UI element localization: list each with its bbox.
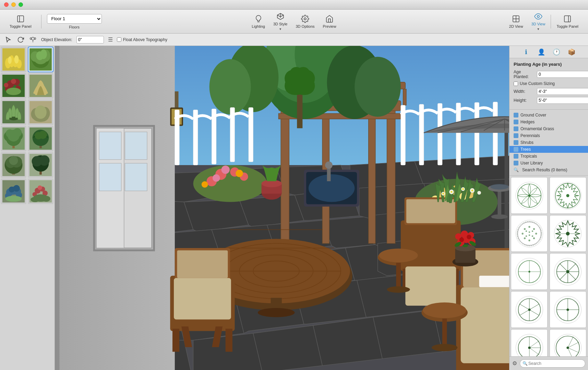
pointer-tool[interactable] (4, 36, 12, 44)
height-input[interactable] (537, 97, 588, 104)
custom-sizing-checkbox[interactable] (514, 82, 518, 86)
tree-label-ornamental-grass: Ornamental Grass (520, 126, 554, 131)
tree-label-ground-cover: Ground Cover (520, 113, 546, 118)
svg-point-238 (258, 308, 295, 317)
view-2d-button[interactable]: 2D View (505, 13, 527, 30)
tree-item-shrubs[interactable]: Shrubs (509, 139, 588, 146)
plant-thumb-2[interactable] (28, 47, 53, 72)
toggle-panel-left-label: Toggle Panel (10, 24, 32, 28)
svg-point-265 (423, 303, 466, 318)
svg-point-340 (528, 308, 530, 311)
plant-thumb-7[interactable] (1, 126, 26, 151)
cube-icon-button[interactable]: 📦 (567, 47, 576, 57)
secondary-toolbar: Object Elevation: ☰ Float Above Topograp… (0, 34, 588, 46)
options-3d-button[interactable]: 3D Options (291, 13, 319, 30)
svg-point-56 (39, 131, 47, 139)
svg-rect-140 (99, 163, 121, 191)
preview-button[interactable]: Preview (319, 13, 340, 30)
tree-item-user-library[interactable]: User Library (509, 160, 588, 166)
svg-point-198 (213, 174, 220, 182)
settings-icon[interactable]: ⚙ (512, 360, 517, 367)
tree-label-tropicals: Tropicals (520, 154, 537, 159)
folder-icon-trees (514, 147, 518, 152)
maximize-button[interactable] (19, 2, 23, 7)
float-checkbox-input[interactable] (117, 37, 121, 42)
svg-point-180 (287, 71, 313, 84)
viewport-scene (55, 46, 509, 370)
tree-thumb-5[interactable] (511, 253, 548, 290)
tree-label-trees: Trees (520, 147, 531, 152)
person-icon-button[interactable]: 👤 (537, 47, 546, 57)
tree-thumb-10[interactable] (550, 329, 586, 356)
svg-point-43 (35, 106, 47, 119)
plant-thumb-8[interactable] (28, 126, 53, 151)
svg-point-355 (528, 346, 530, 349)
view-3d-button[interactable]: 3D View ▼ (527, 10, 550, 33)
svg-point-173 (209, 59, 251, 114)
plant-thumb-11[interactable] (1, 178, 26, 204)
tree-item-hedges[interactable]: Hedges (509, 119, 588, 125)
lighting-button[interactable]: Lighting (248, 13, 269, 30)
tree-item-perennials[interactable]: Perennials (509, 132, 588, 139)
plant-panel (0, 46, 55, 370)
search-input[interactable] (520, 359, 585, 368)
plant-thumb-5[interactable] (1, 99, 26, 125)
svg-point-50 (6, 129, 14, 137)
tree-thumb-6[interactable] (550, 253, 586, 290)
svg-point-293 (528, 194, 530, 197)
plant-thumb-4[interactable] (28, 73, 53, 99)
svg-rect-252 (405, 267, 456, 306)
svg-point-197 (221, 165, 230, 174)
toggle-panel-left-button[interactable]: Toggle Panel (5, 13, 36, 30)
category-tree: Ground Cover Hedges Ornamental Grass Per… (509, 110, 588, 176)
plant-thumb-10[interactable] (28, 152, 53, 178)
rotate-tool[interactable] (16, 36, 25, 44)
toggle-panel-right-label: Toggle Panel (556, 24, 578, 28)
svg-point-300 (528, 226, 530, 227)
custom-sizing-label: Use Custom Sizing (520, 81, 555, 86)
elevation-input[interactable] (76, 36, 104, 44)
minimize-button[interactable] (11, 2, 16, 7)
plant-thumb-1[interactable] (1, 47, 26, 72)
svg-point-277 (459, 237, 464, 242)
close-button[interactable] (4, 2, 9, 7)
plant-tool[interactable] (29, 36, 37, 44)
toggle-panel-right-button[interactable]: Toggle Panel (552, 13, 583, 30)
svg-rect-224 (497, 188, 501, 216)
clock-icon-button[interactable]: 🕐 (552, 47, 561, 57)
info-icon-button[interactable]: ℹ (521, 47, 531, 57)
tree-thumb-2[interactable] (550, 177, 586, 214)
plant-thumb-6[interactable] (28, 99, 53, 125)
plant-thumb-9[interactable] (1, 152, 26, 178)
lighting-label: Lighting (252, 24, 265, 28)
age-planted-label: Age Planted: (514, 70, 534, 79)
svg-rect-214 (327, 168, 331, 181)
style-3d-label: 3D Style (273, 22, 288, 26)
plant-thumb-12[interactable] (28, 178, 53, 204)
svg-point-33 (11, 79, 16, 84)
svg-rect-166 (403, 89, 406, 105)
tree-item-tropicals[interactable]: Tropicals (509, 153, 588, 160)
tree-thumb-3[interactable] (511, 215, 548, 252)
width-input[interactable] (537, 88, 588, 95)
list-icon[interactable]: ☰ (108, 36, 113, 43)
width-label: Width: (514, 89, 534, 94)
tree-item-ground-cover[interactable]: Ground Cover (509, 112, 588, 119)
svg-point-199 (236, 170, 243, 177)
tree-item-search-results[interactable]: 🔍 Search Results (0 items) (509, 166, 588, 173)
tree-thumb-1[interactable] (511, 177, 548, 214)
tree-thumb-4[interactable] (550, 215, 586, 252)
style-3d-button[interactable]: 3D Style ▼ (269, 10, 292, 33)
plant-thumb-3[interactable] (1, 73, 26, 99)
tree-label-user-library: User Library (520, 161, 543, 165)
svg-rect-266 (442, 319, 447, 346)
tree-item-ornamental-grass[interactable]: Ornamental Grass (509, 125, 588, 132)
float-checkbox[interactable]: Float Above Topography (117, 37, 167, 42)
tree-thumb-9[interactable] (511, 329, 548, 356)
tree-thumb-8[interactable] (550, 291, 586, 328)
age-planted-input[interactable] (537, 71, 588, 78)
tree-thumb-7[interactable] (511, 291, 548, 328)
floors-select[interactable]: Floor 1 (47, 14, 102, 24)
tree-item-trees[interactable]: Trees (509, 146, 588, 153)
svg-point-356 (554, 334, 581, 356)
